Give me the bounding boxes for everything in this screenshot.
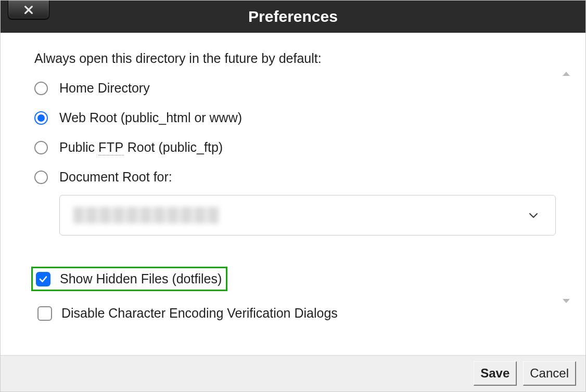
- radio-icon: [34, 171, 48, 184]
- checkbox-icon: [37, 306, 52, 321]
- ftp-abbr: FTP: [98, 140, 124, 155]
- dialog-title: Preferences: [1, 8, 585, 25]
- radio-icon: [34, 111, 48, 125]
- dialog-footer: Save Cancel: [1, 355, 585, 391]
- scroll-down-icon: [563, 299, 570, 303]
- checkbox-disable-encoding-dialogs[interactable]: Disable Character Encoding Verification …: [34, 303, 557, 324]
- radio-icon: [34, 141, 48, 154]
- close-button[interactable]: [8, 1, 49, 19]
- document-root-select[interactable]: [59, 195, 556, 236]
- document-root-select-wrap: [59, 195, 556, 236]
- preferences-dialog: Preferences Always open this directory i…: [0, 0, 586, 392]
- radio-label: Home Directory: [59, 81, 150, 96]
- checkmark-icon: [39, 275, 48, 284]
- checkbox-icon: [36, 272, 50, 286]
- cancel-button[interactable]: Cancel: [523, 361, 576, 386]
- checkbox-label: Disable Character Encoding Verification …: [61, 306, 338, 321]
- checkbox-label: Show Hidden Files (dotfiles): [60, 271, 222, 286]
- radio-public-ftp-root[interactable]: Public FTP Root (public_ftp): [34, 140, 557, 155]
- radio-web-root[interactable]: Web Root (public_html or www): [34, 110, 557, 125]
- section-heading: Always open this directory in the future…: [34, 51, 557, 66]
- chevron-down-icon: [527, 209, 540, 221]
- checkbox-show-hidden-files[interactable]: Show Hidden Files (dotfiles): [31, 267, 227, 291]
- radio-document-root[interactable]: Document Root for:: [34, 169, 557, 185]
- radio-home-directory[interactable]: Home Directory: [34, 81, 557, 96]
- titlebar: Preferences: [1, 1, 585, 33]
- radio-icon: [34, 82, 48, 95]
- save-button[interactable]: Save: [474, 361, 517, 386]
- select-value-redacted: [73, 207, 219, 224]
- radio-label: Public FTP Root (public_ftp): [59, 140, 223, 155]
- close-icon: [23, 4, 34, 16]
- dialog-body: Always open this directory in the future…: [1, 33, 585, 355]
- radio-label: Web Root (public_html or www): [59, 110, 242, 125]
- radio-label: Document Root for:: [59, 169, 172, 185]
- scroll-up-icon: [563, 72, 570, 76]
